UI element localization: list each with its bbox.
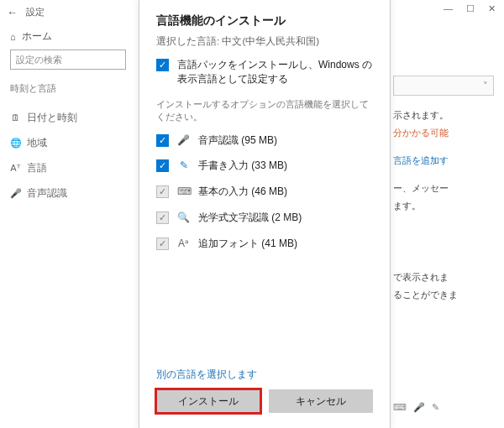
feature-label: 基本の入力 (46 MB) bbox=[198, 185, 287, 199]
maximize-icon[interactable]: ☐ bbox=[466, 3, 475, 14]
dialog-buttons: インストール キャンセル bbox=[139, 389, 390, 428]
mic-icon: 🎤 bbox=[413, 402, 425, 413]
option-set-display-language[interactable]: ✓ 言語パックをインストールし、Windows の表示言語として設定する bbox=[156, 58, 373, 86]
keyboard-icon: ⌨ bbox=[393, 402, 407, 413]
sidebar-item[interactable]: Aᵀ言語 bbox=[10, 155, 126, 180]
checkbox[interactable]: ✓ bbox=[156, 59, 169, 71]
feature-option[interactable]: ✓🎤音声認識 (95 MB) bbox=[156, 133, 373, 148]
sidebar-home[interactable]: ⌂ ホーム bbox=[10, 30, 126, 43]
pen-icon: ✎ bbox=[432, 402, 439, 413]
install-language-features-dialog: 言語機能のインストール 選択した言語: 中文(中华人民共和国) ✓ 言語パックを… bbox=[139, 0, 391, 428]
nav-label: 地域 bbox=[27, 137, 47, 149]
settings-sidebar: ⌂ ホーム 設定の検索 時刻と言語 🗓日付と時刻🌐地域Aᵀ言語🎤音声認識 bbox=[0, 23, 136, 428]
sidebar-item[interactable]: 🗓日付と時刻 bbox=[10, 105, 126, 130]
option-label: 言語パックをインストールし、Windows の表示言語として設定する bbox=[177, 58, 373, 86]
feature-label: 光学式文字認識 (2 MB) bbox=[198, 211, 302, 225]
sidebar-item[interactable]: 🌐地域 bbox=[10, 130, 126, 155]
install-button[interactable]: インストール bbox=[156, 389, 260, 413]
cancel-button[interactable]: キャンセル bbox=[269, 389, 373, 413]
minimize-icon[interactable]: — bbox=[444, 3, 453, 14]
checkbox[interactable]: ✓ bbox=[156, 159, 169, 172]
nav-icon: 🌐 bbox=[10, 138, 20, 149]
nav-icon: Aᵀ bbox=[10, 163, 20, 174]
settings-content-clipped: ˅ 示されます。 分かかる可能 言語を追加す ー、メッセー ます。 で表示されま… bbox=[393, 76, 494, 413]
feature-label: 音声認識 (95 MB) bbox=[198, 133, 277, 148]
feature-option[interactable]: ✓✎手書き入力 (33 MB) bbox=[156, 159, 373, 173]
sidebar-category: 時刻と言語 bbox=[10, 83, 126, 95]
nav-label: 音声認識 bbox=[27, 187, 67, 200]
checkbox: ✓ bbox=[156, 237, 169, 250]
nav-label: 日付と時刻 bbox=[27, 112, 77, 124]
keyboard-icon: ⌨ bbox=[177, 185, 190, 197]
close-icon[interactable]: ✕ bbox=[488, 3, 496, 14]
feature-label: 手書き入力 (33 MB) bbox=[198, 159, 287, 173]
nav-icon: 🗓 bbox=[10, 112, 20, 123]
home-icon: ⌂ bbox=[10, 32, 16, 42]
window-controls[interactable]: — ☐ ✕ bbox=[444, 3, 496, 14]
checkbox: ✓ bbox=[156, 185, 169, 198]
dialog-title: 言語機能のインストール bbox=[156, 13, 373, 29]
feature-option: ✓⌨基本の入力 (46 MB) bbox=[156, 185, 373, 199]
feature-option: ✓🔍光学式文字認識 (2 MB) bbox=[156, 211, 373, 225]
feature-label: 追加フォント (41 MB) bbox=[198, 237, 297, 251]
ime-indicator-icons: ⌨ 🎤 ✎ bbox=[393, 402, 494, 413]
ocr-icon: 🔍 bbox=[177, 211, 190, 223]
mic-icon: 🎤 bbox=[177, 134, 190, 146]
checkbox[interactable]: ✓ bbox=[156, 134, 169, 147]
pen-icon: ✎ bbox=[177, 159, 190, 171]
search-placeholder: 設定の検索 bbox=[16, 54, 62, 66]
nav-icon: 🎤 bbox=[10, 188, 20, 199]
features-instruction: インストールするオプションの言語機能を選択してください。 bbox=[156, 98, 373, 123]
sidebar-item[interactable]: 🎤音声認識 bbox=[10, 180, 126, 206]
dropdown-clipped[interactable]: ˅ bbox=[393, 76, 494, 96]
home-label: ホーム bbox=[22, 30, 52, 43]
selected-language: 選択した言語: 中文(中华人民共和国) bbox=[156, 35, 373, 48]
checkbox: ✓ bbox=[156, 211, 169, 224]
font-icon: Aᵃ bbox=[177, 237, 190, 249]
app-title: 設定 bbox=[26, 6, 45, 18]
choose-different-language-link[interactable]: 別の言語を選択します bbox=[139, 368, 390, 381]
feature-option: ✓Aᵃ追加フォント (41 MB) bbox=[156, 237, 373, 251]
nav-label: 言語 bbox=[27, 162, 47, 175]
chevron-down-icon: ˅ bbox=[483, 81, 488, 91]
search-input[interactable]: 設定の検索 bbox=[10, 50, 126, 70]
back-icon[interactable]: ← bbox=[7, 6, 18, 18]
